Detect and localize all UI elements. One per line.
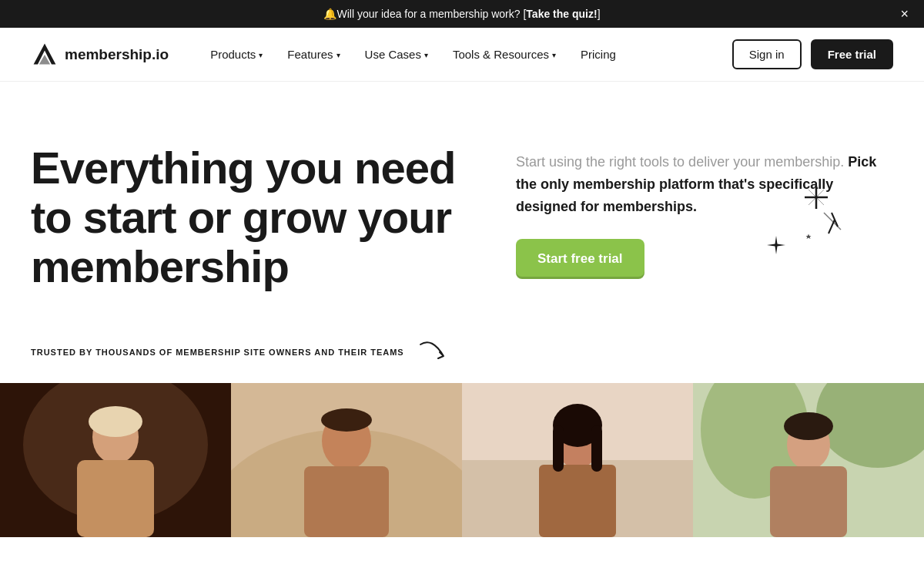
svg-rect-20	[539, 465, 616, 537]
nav-use-cases[interactable]: Use Cases ▾	[354, 42, 439, 67]
nav-actions: Sign in Free trial	[732, 39, 893, 69]
trusted-text: TRUSTED BY THOUSANDS OF MEMBERSHIP SITE …	[31, 348, 404, 357]
photo-item-1	[0, 383, 231, 537]
svg-point-16	[321, 408, 372, 432]
photo-row	[0, 383, 924, 537]
logo-text: membership.io	[65, 46, 169, 63]
announcement-link[interactable]: Take the quiz!	[526, 8, 597, 20]
svg-rect-22	[553, 425, 564, 472]
hero-left: Everything you need to start or grow you…	[31, 143, 470, 291]
star-decoration	[767, 236, 785, 254]
nav-tools-resources[interactable]: Tools & Resources ▾	[442, 42, 567, 67]
cross-decoration	[801, 182, 832, 213]
start-free-trial-button[interactable]: Start free trial	[516, 239, 644, 279]
arrow-decoration	[417, 337, 455, 368]
svg-rect-28	[770, 466, 847, 537]
svg-rect-10	[77, 460, 154, 537]
logo[interactable]: membership.io	[31, 41, 169, 69]
svg-rect-15	[304, 466, 389, 537]
photo-item-4	[693, 383, 924, 537]
chevron-down-icon: ▾	[336, 51, 340, 59]
chevron-down-icon: ▾	[552, 51, 556, 59]
navbar: membership.io Products ▾ Features ▾ Use …	[0, 28, 924, 82]
nav-features[interactable]: Features ▾	[276, 42, 350, 67]
logo-icon	[31, 41, 59, 69]
svg-point-29	[784, 412, 833, 440]
nav-pricing[interactable]: Pricing	[570, 42, 627, 67]
photo-item-2	[231, 383, 462, 537]
svg-rect-23	[591, 425, 602, 472]
close-button[interactable]: ×	[900, 7, 909, 21]
hero-subtitle-gray: Start using the right tools to deliver y…	[516, 154, 844, 170]
signin-button[interactable]: Sign in	[732, 39, 802, 69]
chevron-down-icon: ▾	[259, 51, 263, 59]
free-trial-button[interactable]: Free trial	[811, 39, 893, 69]
hero-title: Everything you need to start or grow you…	[31, 143, 470, 291]
photo-item-3	[462, 383, 693, 537]
person-silhouette-1	[0, 383, 231, 537]
announcement-text: 🔔Will your idea for a membership work? […	[323, 8, 600, 20]
nav-products[interactable]: Products ▾	[199, 42, 273, 67]
svg-point-11	[89, 406, 142, 437]
nav-links: Products ▾ Features ▾ Use Cases ▾ Tools …	[199, 42, 732, 67]
trusted-section: TRUSTED BY THOUSANDS OF MEMBERSHIP SITE …	[0, 337, 924, 383]
person-silhouette-3	[462, 383, 693, 537]
hero-right: Start using the right tools to deliver y…	[516, 143, 893, 279]
hero-section: Everything you need to start or grow you…	[0, 82, 924, 337]
person-silhouette-2	[231, 383, 462, 537]
chevron-down-icon: ▾	[424, 51, 428, 59]
announcement-bar: 🔔Will your idea for a membership work? […	[0, 0, 924, 28]
person-silhouette-4	[693, 383, 924, 537]
svg-line-1	[829, 220, 835, 234]
